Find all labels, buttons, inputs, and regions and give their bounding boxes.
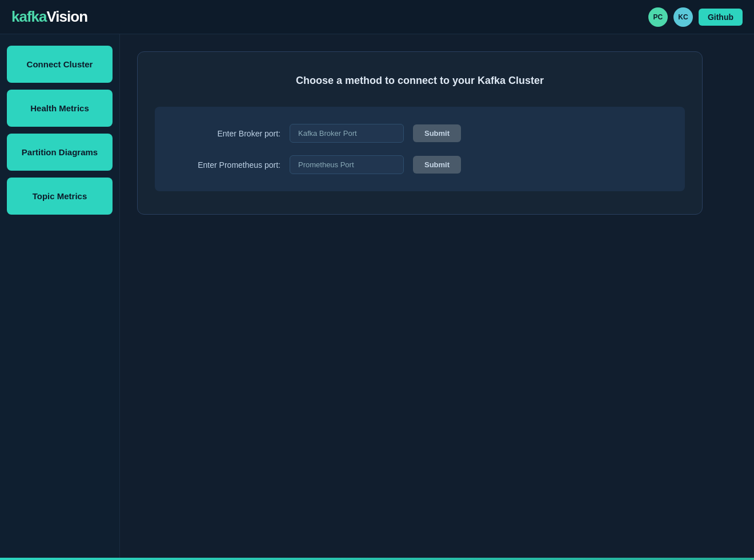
sidebar-item-connect-cluster-label: Connect Cluster [27,59,93,69]
prometheus-port-row: Enter Prometheus port: Submit [178,155,662,174]
logo: kafkaVision [11,8,87,26]
sidebar-item-connect-cluster[interactable]: Connect Cluster [7,46,113,83]
broker-port-input[interactable] [290,124,404,143]
broker-port-row: Enter Broker port: Submit [178,124,662,143]
main-layout: Connect Cluster Health Metrics Partition… [0,34,754,558]
prometheus-port-label: Enter Prometheus port: [178,160,280,170]
sidebar-item-partition-diagrams[interactable]: Partition Diagrams [7,134,113,171]
sidebar-item-topic-metrics[interactable]: Topic Metrics [7,178,113,215]
connection-card: Choose a method to connect to your Kafka… [137,51,703,215]
connection-card-title: Choose a method to connect to your Kafka… [155,75,685,87]
avatar-kc: KC [673,7,693,27]
logo-kafka: kafka [11,8,47,25]
sidebar: Connect Cluster Health Metrics Partition… [0,34,120,558]
avatar-pc: PC [648,7,668,27]
content-area: Choose a method to connect to your Kafka… [120,34,754,558]
broker-port-label: Enter Broker port: [178,129,280,138]
sidebar-item-health-metrics[interactable]: Health Metrics [7,90,113,127]
bottom-bar [0,558,754,560]
header-right: PC KC Github [648,7,743,27]
sidebar-item-partition-diagrams-label: Partition Diagrams [22,147,98,157]
logo-vision: Vision [47,8,88,25]
sidebar-item-topic-metrics-label: Topic Metrics [33,191,87,201]
prometheus-port-input[interactable] [290,155,404,174]
header: kafkaVision PC KC Github [0,0,754,34]
github-button[interactable]: Github [699,9,743,26]
sidebar-item-health-metrics-label: Health Metrics [30,103,89,113]
connection-form: Enter Broker port: Submit Enter Promethe… [155,107,685,191]
broker-submit-button[interactable]: Submit [413,124,461,142]
prometheus-submit-button[interactable]: Submit [413,156,461,174]
